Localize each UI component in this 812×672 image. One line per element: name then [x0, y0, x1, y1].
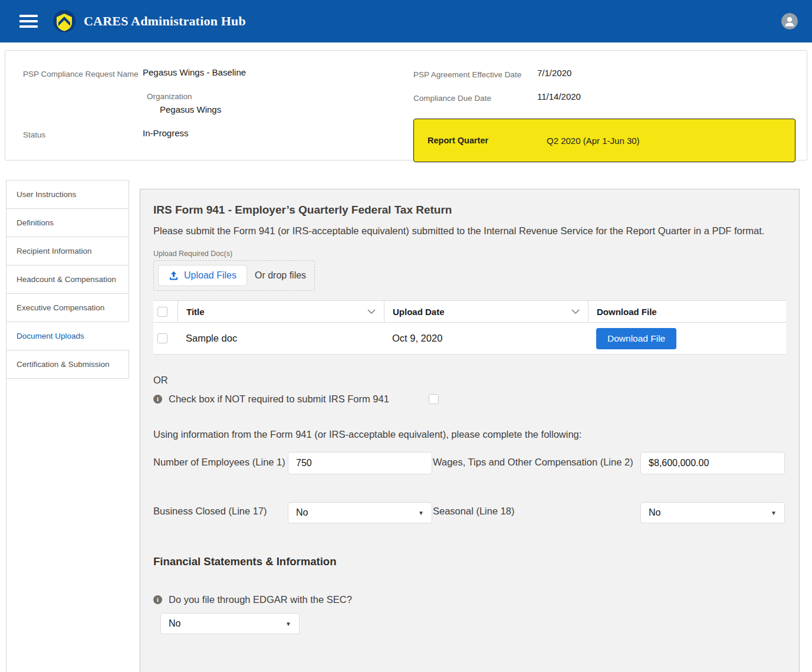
upload-icon: [169, 271, 179, 281]
sidebar-item-definitions[interactable]: Definitions: [6, 208, 129, 237]
report-quarter-value: Q2 2020 (Apr 1-Jun 30): [547, 136, 640, 146]
organization-label: Organization: [147, 91, 413, 102]
status-value: In-Progress: [143, 127, 189, 140]
sidebar-item-document-uploads[interactable]: Document Uploads: [6, 322, 129, 350]
due-date-label: Compliance Due Date: [413, 91, 537, 104]
section-sidebar: User Instructions Definitions Recipient …: [6, 180, 129, 672]
status-label: Status: [23, 127, 143, 140]
due-date-value: 11/14/2020: [537, 91, 581, 104]
effective-date-value: 7/1/2020: [537, 67, 571, 80]
form941-instruction: Using information from the Form 941 (or …: [153, 429, 786, 440]
employees-input[interactable]: [288, 452, 432, 474]
document-uploads-panel: IRS Form 941 - Employer’s Quarterly Fede…: [140, 189, 800, 672]
upload-required-docs-label: Upload Required Doc(s): [153, 250, 786, 258]
column-header-upload-date[interactable]: Upload Date: [384, 301, 588, 322]
seasonal-field-label: Seasonal (Line 18): [432, 501, 640, 519]
table-row: Sample doc Oct 9, 2020 Download File: [153, 323, 786, 354]
info-icon[interactable]: i: [153, 395, 162, 404]
sidebar-item-headcount-compensation[interactable]: Headcount & Compensation: [6, 265, 129, 294]
business-closed-select[interactable]: No ▼: [288, 502, 432, 523]
effective-date-label: PSP Agreement Effective Date: [413, 67, 537, 80]
sidebar-item-executive-compensation[interactable]: Executive Compensation: [6, 293, 129, 322]
dropdown-caret-icon: ▼: [418, 510, 424, 516]
sidebar-item-recipient-information[interactable]: Recipient Information: [6, 237, 129, 265]
wages-field-label: Wages, Tips and Other Compensation (Line…: [432, 452, 640, 470]
menu-icon[interactable]: [19, 15, 38, 28]
or-separator-text: OR: [153, 375, 786, 386]
drop-files-text: Or drop files: [255, 270, 306, 281]
column-header-title[interactable]: Title: [177, 301, 384, 322]
report-quarter-label: Report Quarter: [428, 136, 547, 145]
not-required-checkbox[interactable]: [429, 394, 439, 404]
chevron-down-icon[interactable]: [367, 309, 376, 314]
wages-input[interactable]: [640, 452, 785, 474]
seasonal-select[interactable]: No ▼: [640, 502, 785, 523]
sidebar-item-certification-submission[interactable]: Certification & Submission: [6, 350, 129, 379]
report-quarter-highlight: Report Quarter Q2 2020 (Apr 1-Jun 30): [413, 119, 795, 162]
top-navbar: CARES Administration Hub: [0, 0, 812, 42]
request-name-value: Pegasus Wings - Baseline: [143, 67, 246, 80]
download-file-button[interactable]: Download File: [596, 328, 676, 349]
table-header-row: Title Upload Date Download File: [153, 301, 786, 323]
form941-title: IRS Form 941 - Employer’s Quarterly Fede…: [153, 204, 786, 217]
user-avatar-icon[interactable]: [781, 13, 798, 29]
doc-upload-date-cell: Oct 9, 2020: [384, 333, 588, 344]
doc-title-cell: Sample doc: [177, 333, 384, 344]
edgar-select[interactable]: No ▼: [160, 613, 300, 634]
app-logo-icon: [52, 9, 76, 33]
request-name-label: PSP Compliance Request Name: [23, 67, 143, 80]
upload-files-button[interactable]: Upload Files: [158, 265, 247, 286]
sidebar-item-user-instructions[interactable]: User Instructions: [6, 180, 129, 209]
chevron-down-icon[interactable]: [571, 309, 580, 314]
app-title: CARES Administration Hub: [84, 14, 246, 29]
sidebar-rail: [6, 379, 129, 672]
uploaded-documents-table: Title Upload Date Download File Sa: [153, 300, 786, 355]
file-dropzone[interactable]: Upload Files Or drop files: [153, 260, 315, 291]
dropdown-caret-icon: ▼: [285, 621, 291, 627]
compliance-summary-card: PSP Compliance Request Name Pegasus Wing…: [5, 50, 807, 160]
form941-description: Please submit the Form 941 (or IRS-accep…: [153, 222, 785, 239]
employees-field-label: Number of Employees (Line 1): [153, 452, 288, 470]
dropdown-caret-icon: ▼: [771, 510, 777, 516]
business-closed-field-label: Business Closed (Line 17): [153, 501, 288, 519]
edgar-question-label: Do you file through EDGAR with the SEC?: [169, 594, 352, 605]
organization-value: Pegasus Wings: [160, 104, 413, 115]
not-required-checkbox-label: Check box if NOT required to submit IRS …: [169, 394, 389, 405]
info-icon[interactable]: i: [153, 595, 162, 604]
upload-files-label: Upload Files: [184, 270, 236, 281]
financial-section-title: Financial Statements & Information: [153, 555, 786, 568]
select-all-checkbox[interactable]: [157, 307, 167, 317]
column-header-download-file: Download File: [588, 301, 786, 322]
row-checkbox[interactable]: [157, 333, 167, 343]
